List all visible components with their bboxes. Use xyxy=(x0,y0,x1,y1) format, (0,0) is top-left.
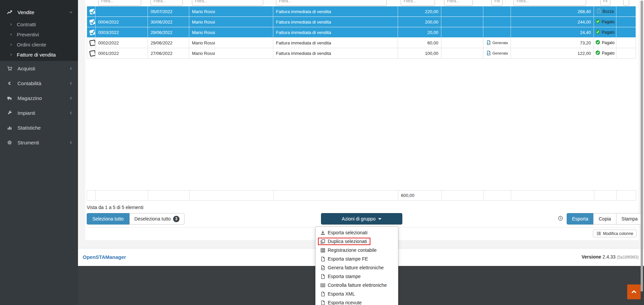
invoice-client: Mario Rossi xyxy=(189,48,273,59)
filter-input-8[interactable] xyxy=(514,0,586,6)
invoice-number: 0003/2022 xyxy=(95,27,148,38)
menu-item-label: Esporta selezionati xyxy=(328,230,367,235)
version-label: Versione xyxy=(581,254,601,260)
file-icon xyxy=(320,292,325,297)
menu-item-esporta-stampe[interactable]: Esporta stampe xyxy=(316,272,398,281)
invoice-description: Fattura immediata di vendita xyxy=(273,38,398,48)
edit-columns-button[interactable]: Modifica colonne xyxy=(593,230,637,237)
sidebar-item-fatture-di-vendita[interactable]: Fatture di vendita xyxy=(0,49,78,60)
file-icon xyxy=(320,257,325,262)
sidebar-section-acquisti: Acquisti xyxy=(0,61,78,76)
sidebar-item-label: Fatture di vendita xyxy=(17,52,56,58)
invoice-amount: 100,00 xyxy=(398,48,441,59)
menu-item-esporta-xml[interactable]: Esporta XML xyxy=(316,290,398,298)
sidebar-item-label: Strumenti xyxy=(17,140,69,145)
invoice-actions xyxy=(616,27,636,38)
menu-item-esporta-ricevute[interactable]: Esporta ricevute xyxy=(316,298,398,305)
table-row: 0001/2022 27/06/2022 Mario Rossi Fattura… xyxy=(87,48,636,59)
sidebar-item-magazzino[interactable]: Magazzino xyxy=(0,91,78,105)
invoice-actions xyxy=(616,6,636,17)
svg-text:?: ? xyxy=(560,217,561,220)
select-all-button[interactable]: Seleziona tutto xyxy=(87,213,129,225)
sidebar: Vendite Contratti Preventivi Ordini clie… xyxy=(0,0,78,305)
invoice-fe-status xyxy=(483,27,511,38)
check-circle-icon xyxy=(595,40,600,46)
sidebar-item-contratti[interactable]: Contratti xyxy=(0,19,78,29)
chevron-left-icon xyxy=(69,96,73,101)
filter-input-9[interactable] xyxy=(600,0,610,6)
invoice-extra xyxy=(441,17,483,27)
sidebar-item-impianti[interactable]: Impianti xyxy=(0,105,78,120)
sidebar-item-vendite[interactable]: Vendite xyxy=(0,7,78,18)
invoice-client: Mario Rossi xyxy=(189,38,273,48)
chevron-down-icon xyxy=(69,10,73,15)
sidebar-item-contabilita[interactable]: € Contabilità xyxy=(0,76,78,91)
invoice-total: 24,40 xyxy=(511,27,594,38)
row-checkbox[interactable] xyxy=(89,29,95,35)
chart-bar-icon xyxy=(6,125,13,130)
sidebar-item-label: Impianti xyxy=(17,110,69,116)
chevron-left-icon xyxy=(69,66,73,71)
sidebar-section-strumenti: Strumenti xyxy=(0,135,78,150)
selected-count-badge: 3 xyxy=(173,216,179,222)
print-button[interactable]: Stampa xyxy=(616,213,643,225)
menu-item-esporta-selezionati[interactable]: Esporta selezionati xyxy=(316,228,398,237)
sidebar-section-magazzino: Magazzino xyxy=(0,91,78,105)
menu-item-label: Esporta ricevute xyxy=(328,300,362,305)
check-circle-icon xyxy=(595,50,600,56)
sidebar-item-ordini-cliente[interactable]: Ordini cliente xyxy=(0,39,78,49)
sidebar-item-preventivi[interactable]: Preventivi xyxy=(0,29,78,39)
row-checkbox[interactable] xyxy=(89,19,95,25)
copy-button[interactable]: Copia xyxy=(593,213,616,225)
deselect-all-button[interactable]: Deseleziona tutto 3 xyxy=(129,213,185,225)
export-button-group: Esporta Copia Stampa xyxy=(567,213,643,225)
sidebar-item-statistiche[interactable]: Statistiche xyxy=(0,120,78,135)
filter-input-5[interactable] xyxy=(401,0,435,6)
row-checkbox[interactable] xyxy=(89,50,95,57)
sidebar-section-contabilita: € Contabilità xyxy=(0,76,78,91)
invoice-amount: 220,00 xyxy=(398,6,441,17)
menu-item-esporta-stampe-fe[interactable]: Esporta stampe FE xyxy=(316,255,398,263)
menu-item-controlla-fatture-elettroniche[interactable]: Controlla fatture elettroniche xyxy=(316,281,398,290)
cart-icon xyxy=(6,66,13,71)
menu-item-genera-fatture-elettroniche[interactable]: Genera fatture elettroniche xyxy=(316,263,398,272)
chevron-right-icon xyxy=(9,22,13,27)
invoice-total: 244,00 xyxy=(511,17,594,27)
sidebar-submenu: Contratti Preventivi Ordini cliente Fatt… xyxy=(0,19,78,60)
row-checkbox[interactable] xyxy=(89,39,95,46)
filter-input-4[interactable] xyxy=(276,0,387,6)
invoice-number: 0002/2022 xyxy=(95,38,148,48)
svg-text:€: € xyxy=(8,81,11,86)
menu-item-registrazione-contabile[interactable]: Registrazione contabile xyxy=(316,246,398,255)
filter-row xyxy=(87,0,636,6)
filter-input-3[interactable] xyxy=(192,0,263,6)
filter-input-1[interactable] xyxy=(98,0,141,6)
chevron-right-icon xyxy=(9,32,13,37)
file-icon xyxy=(320,300,325,305)
chevron-right-icon xyxy=(9,42,13,47)
brand-link[interactable]: OpenSTAManager xyxy=(83,254,126,260)
invoice-total: 73,20 xyxy=(511,38,594,48)
truck-icon xyxy=(6,95,13,101)
filter-input-10[interactable] xyxy=(623,0,629,6)
totals-row: 600,00 xyxy=(87,191,636,201)
sidebar-item-strumenti[interactable]: Strumenti xyxy=(0,135,78,150)
export-button[interactable]: Esporta xyxy=(567,213,594,225)
vertical-scrollbar[interactable] xyxy=(641,1,643,292)
help-icon[interactable]: ? xyxy=(558,216,564,222)
file-icon xyxy=(596,8,601,14)
filter-input-6[interactable] xyxy=(444,0,473,6)
group-actions-button[interactable]: Azioni di gruppo xyxy=(321,213,402,225)
sidebar-item-label: Preventivi xyxy=(17,32,39,37)
row-checkbox[interactable] xyxy=(89,8,95,14)
table-row: 0003/2022 29/06/2022 Mario Rossi Fattura… xyxy=(87,27,636,38)
table-row: 0002/2022 29/06/2022 Mario Rossi Fattura… xyxy=(87,38,636,48)
sidebar-item-acquisti[interactable]: Acquisti xyxy=(0,61,78,76)
invoice-amount: 60,00 xyxy=(398,38,441,48)
menu-item-duplica-selezionati[interactable]: Duplica selezionati xyxy=(316,237,398,246)
wrench-icon xyxy=(6,110,13,115)
scroll-to-top-button[interactable] xyxy=(627,284,641,299)
invoice-actions xyxy=(616,17,636,27)
filter-input-2[interactable] xyxy=(151,0,183,6)
filter-input-7[interactable] xyxy=(491,0,503,6)
